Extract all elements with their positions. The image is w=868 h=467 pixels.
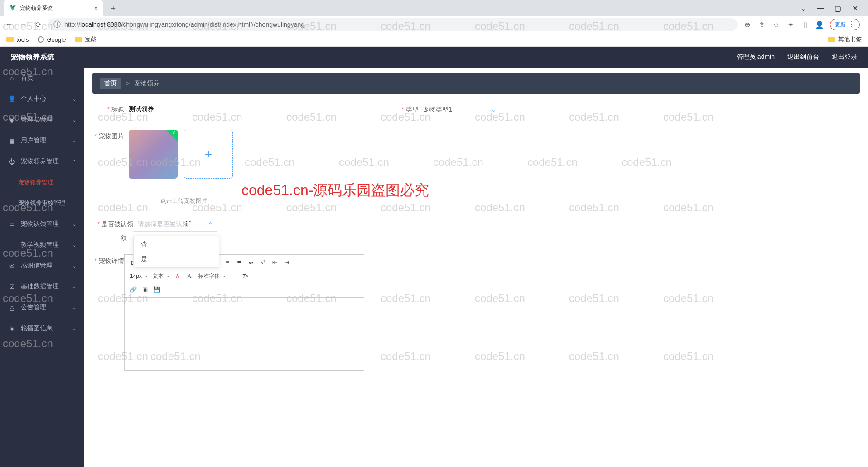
- upload-hint: 点击上传宠物图片: [160, 197, 233, 205]
- update-button[interactable]: 更新 ⋮: [830, 19, 860, 30]
- url-text: http://localhost:8080/chongwulingyangxit…: [64, 21, 304, 28]
- indent-left-button[interactable]: ⇤: [270, 258, 280, 268]
- chevron-down-icon: ⌄: [72, 117, 76, 122]
- chevron-up-icon: ⌃: [208, 221, 212, 228]
- bookmark-tools[interactable]: tools: [6, 36, 29, 43]
- subscript-button[interactable]: x₂: [246, 258, 256, 268]
- chevron-down-icon: ⌄: [72, 222, 76, 227]
- site-info-icon[interactable]: ⓘ: [53, 20, 61, 29]
- claimed-cut-label: 领: [121, 231, 127, 242]
- field-photo: *宠物图片 + 点击上传宠物图片: [92, 130, 233, 205]
- sidebar-item-thank-mgmt[interactable]: ✉ 感谢信管理 ⌄: [0, 255, 84, 276]
- chevron-down-icon: ⌄: [72, 326, 76, 331]
- list-unordered-button[interactable]: ≣: [234, 258, 244, 268]
- field-title: *标题: [92, 103, 360, 117]
- url-input[interactable]: ⓘ http://localhost:8080/chongwulingyangx…: [48, 18, 738, 31]
- image-icon: ◈: [8, 325, 15, 332]
- browser-tab-bar: 宠物领养系统 × ＋ ⌄ — ▢ ✕: [0, 0, 868, 16]
- browser-tab[interactable]: 宠物领养系统 ×: [4, 0, 103, 16]
- share-icon[interactable]: ⇪: [757, 20, 766, 29]
- app-header: 宠物领养系统 管理员 admin 退出到前台 退出登录: [0, 47, 868, 68]
- font-family-select[interactable]: 标准字体▾: [196, 271, 227, 281]
- title-input[interactable]: [124, 103, 360, 116]
- bg-color-button[interactable]: A: [184, 271, 194, 281]
- logout-link[interactable]: 退出登录: [832, 53, 857, 61]
- field-type: *类型 宠物类型1 ⌄: [387, 103, 500, 117]
- reload-button[interactable]: ⟳: [34, 20, 43, 29]
- chevron-down-icon: ⌄: [72, 243, 76, 248]
- claimed-select[interactable]: 请选择是否被认领 ⌃: [133, 218, 217, 232]
- font-color-button[interactable]: A: [173, 271, 183, 281]
- data-icon: ☑: [8, 283, 15, 290]
- chevron-down-icon: ⌄: [72, 305, 76, 310]
- sidebar-item-carousel-mgmt[interactable]: ◈ 轮播图信息 ⌄: [0, 318, 84, 339]
- chevron-down-icon: ⌄: [72, 97, 76, 102]
- sidebar-item-notice-mgmt[interactable]: △ 公告管理 ⌄: [0, 297, 84, 318]
- sidebar-item-home[interactable]: ⌂ 首页: [0, 68, 84, 88]
- reader-icon[interactable]: ▯: [801, 20, 809, 29]
- app-title: 宠物领养系统: [11, 53, 54, 62]
- bookmark-icon[interactable]: ☆: [772, 20, 780, 29]
- image-button[interactable]: ▣: [140, 285, 150, 295]
- font-size-select[interactable]: 14px▾: [128, 271, 149, 281]
- editor-content[interactable]: [125, 298, 364, 370]
- chevron-down-icon: ⌄: [491, 107, 496, 113]
- list-ordered-button[interactable]: ≡: [222, 258, 232, 268]
- type-select[interactable]: 宠物类型1 ⌄: [419, 103, 500, 117]
- uploaded-image[interactable]: [129, 130, 178, 179]
- bookmarks-bar: tools Google 宝藏 其他书签: [0, 33, 868, 46]
- power-icon: ⏻: [8, 158, 15, 165]
- dropdown-option-no[interactable]: 否: [134, 236, 219, 252]
- minimize-icon[interactable]: —: [816, 4, 825, 12]
- chevron-down-icon[interactable]: ⌄: [799, 4, 807, 12]
- bookmark-google[interactable]: Google: [38, 36, 66, 43]
- sidebar-item-admin-mgmt[interactable]: ◉ 管理员管理 ⌄: [0, 109, 84, 130]
- clear-format-button[interactable]: T×: [241, 271, 251, 281]
- user-icon: 👤: [8, 95, 15, 102]
- indent-right-button[interactable]: ⇥: [281, 258, 291, 268]
- sidebar-item-claim-mgmt[interactable]: ▭ 宠物认领管理 ⌄: [0, 214, 84, 234]
- new-tab-button[interactable]: ＋: [107, 2, 120, 15]
- tab-close-icon[interactable]: ×: [94, 5, 98, 12]
- folder-icon: [6, 37, 14, 42]
- profile-icon[interactable]: 👤: [815, 20, 824, 29]
- breadcrumb-sep: >: [126, 80, 130, 87]
- video-icon: ▤: [8, 241, 15, 248]
- maximize-icon[interactable]: ▢: [834, 4, 842, 12]
- sidebar-item-user-mgmt[interactable]: ▦ 用户管理 ⌄: [0, 130, 84, 151]
- link-button[interactable]: 🔗: [128, 285, 138, 295]
- forward-button: →: [19, 20, 28, 29]
- field-detail: *宠物详情 B I U S ❝ </> H₁ H₂ ≡ ≣: [92, 254, 364, 371]
- chevron-down-icon: ⌄: [72, 263, 76, 268]
- sidebar-item-personal[interactable]: 👤 个人中心 ⌄: [0, 88, 84, 109]
- sidebar-item-base-mgmt[interactable]: ☑ 基础数据管理 ⌄: [0, 276, 84, 297]
- upload-add-button[interactable]: +: [184, 130, 233, 179]
- bookmark-treasure[interactable]: 宝藏: [75, 35, 96, 44]
- save-button[interactable]: 💾: [152, 285, 162, 295]
- sidebar-item-adopt-audit[interactable]: 宠物领养审核管理: [0, 193, 84, 214]
- sidebar-item-adopt-mgmt[interactable]: ⏻ 宠物领养管理 ⌃: [0, 151, 84, 172]
- dropdown-option-yes[interactable]: 是: [134, 252, 219, 267]
- sidebar-item-video-mgmt[interactable]: ▤ 教学视频管理 ⌄: [0, 234, 84, 255]
- align-button[interactable]: ≡: [229, 271, 239, 281]
- extensions-icon[interactable]: ✦: [786, 20, 795, 29]
- back-button[interactable]: ←: [5, 20, 14, 29]
- zoom-icon[interactable]: ⊕: [743, 20, 751, 29]
- folder-icon: [828, 37, 835, 42]
- claimed-dropdown: 否 是: [133, 236, 219, 268]
- sidebar-item-adopt-mgmt-sub[interactable]: 宠物领养管理: [0, 172, 84, 193]
- to-frontend-link[interactable]: 退出到前台: [787, 53, 819, 61]
- chevron-up-icon: ⌃: [72, 159, 76, 164]
- superscript-button[interactable]: x²: [258, 258, 268, 268]
- bookmark-other[interactable]: 其他书签: [828, 35, 862, 44]
- content-area: 首页 > 宠物领养 *标题 *类型 宠物类型1 ⌄: [84, 68, 868, 467]
- sidebar: ⌂ 首页 👤 个人中心 ⌄ ◉ 管理员管理 ⌄ ▦ 用户管理 ⌄ ⏻ 宠物领养管…: [0, 68, 84, 467]
- close-window-icon[interactable]: ✕: [851, 4, 859, 12]
- text-style-select[interactable]: 文本▾: [151, 271, 171, 281]
- user-label[interactable]: 管理员 admin: [737, 53, 775, 61]
- field-claimed: *是否被认领 请选择是否被认领 ⌃ 领 否 是: [92, 218, 217, 232]
- breadcrumb: 首页 > 宠物领养: [92, 73, 860, 94]
- address-bar: ← → ⟳ ⓘ http://localhost:8080/chongwulin…: [0, 16, 868, 33]
- mail-icon: ✉: [8, 262, 15, 269]
- breadcrumb-home[interactable]: 首页: [100, 78, 121, 89]
